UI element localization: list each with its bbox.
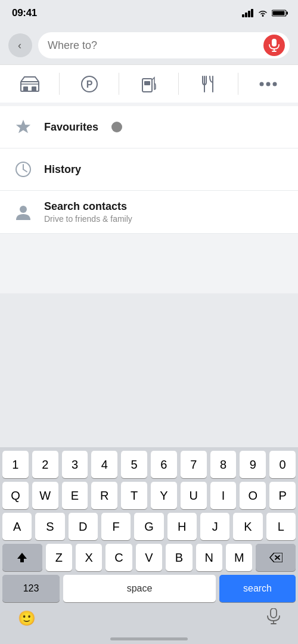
mic-button[interactable] — [263, 35, 285, 56]
key-s[interactable]: S — [35, 513, 64, 540]
keyboard-row-asdf: A S D F G H J K L — [0, 509, 298, 540]
delete-key[interactable] — [256, 544, 296, 571]
key-g[interactable]: G — [134, 513, 163, 540]
key-5[interactable]: 5 — [121, 451, 147, 478]
key-b[interactable]: B — [166, 544, 192, 571]
search-bar-container: ‹ — [0, 26, 298, 64]
status-bar: 09:41 — [0, 0, 298, 26]
category-garage[interactable] — [0, 65, 60, 103]
garage-icon — [20, 76, 40, 92]
key-3[interactable]: 3 — [62, 451, 88, 478]
key-w[interactable]: W — [32, 482, 58, 509]
keyboard[interactable]: 1 2 3 4 5 6 7 8 9 0 Q W E R T Y U I O P … — [0, 447, 298, 644]
contacts-icon-container — [12, 201, 35, 224]
delete-icon — [269, 553, 283, 562]
key-i[interactable]: I — [210, 482, 237, 509]
svg-rect-6 — [287, 12, 288, 15]
status-icons — [242, 9, 288, 17]
contacts-title: Search contacts — [44, 200, 132, 213]
clock-icon — [14, 160, 32, 178]
more-icon — [259, 81, 278, 87]
key-o[interactable]: O — [240, 482, 266, 509]
key-l[interactable]: L — [266, 513, 296, 540]
signal-icon — [242, 9, 254, 17]
keyboard-row-zxcv: Z X C V B N M — [0, 540, 298, 571]
shift-key[interactable] — [2, 544, 42, 571]
key-n[interactable]: N — [196, 544, 222, 571]
menu-item-history[interactable]: History — [0, 148, 298, 191]
keyboard-row-qwerty: Q W E R T Y U I O P — [0, 478, 298, 509]
back-button[interactable]: ‹ — [8, 33, 32, 57]
favourites-badge — [111, 122, 122, 132]
emoji-key[interactable]: 🙂 — [18, 610, 36, 627]
battery-icon — [272, 9, 288, 17]
key-q[interactable]: Q — [2, 482, 29, 509]
key-u[interactable]: U — [181, 482, 207, 509]
category-restaurant[interactable] — [179, 65, 238, 103]
key-x[interactable]: X — [76, 544, 102, 571]
contacts-subtitle: Drive to friends & family — [44, 214, 132, 224]
key-0[interactable]: 0 — [269, 451, 296, 478]
search-input-wrapper[interactable] — [38, 32, 290, 58]
contacts-text: Search contacts Drive to friends & famil… — [44, 200, 132, 224]
key-2[interactable]: 2 — [32, 451, 58, 478]
search-key[interactable]: search — [219, 575, 296, 602]
key-z[interactable]: Z — [46, 544, 72, 571]
svg-point-23 — [273, 82, 277, 86]
key-c[interactable]: C — [105, 544, 132, 571]
key-7[interactable]: 7 — [181, 451, 207, 478]
key-m[interactable]: M — [226, 544, 252, 571]
category-fuel[interactable] — [119, 65, 179, 103]
svg-rect-14 — [32, 86, 36, 91]
key-4[interactable]: 4 — [91, 451, 117, 478]
svg-rect-13 — [23, 86, 28, 91]
menu-item-contacts[interactable]: Search contacts Drive to friends & famil… — [0, 191, 298, 234]
shift-icon — [16, 552, 28, 564]
home-indicator — [110, 637, 188, 640]
svg-rect-3 — [251, 9, 253, 17]
keyboard-mic-key[interactable] — [267, 608, 280, 628]
svg-point-27 — [20, 206, 27, 213]
fuel-icon — [141, 75, 157, 93]
person-icon — [14, 203, 32, 221]
history-text: History — [44, 163, 81, 176]
svg-line-26 — [23, 169, 27, 172]
key-y[interactable]: Y — [151, 482, 177, 509]
key-r[interactable]: R — [91, 482, 117, 509]
category-more[interactable] — [238, 65, 298, 103]
menu-item-favourites[interactable]: Favourites — [0, 106, 298, 148]
svg-rect-30 — [271, 608, 277, 618]
history-title: History — [44, 163, 81, 176]
key-j[interactable]: J — [200, 513, 229, 540]
category-row: P — [0, 64, 298, 103]
keyboard-bottom-bar: 🙂 — [0, 602, 298, 630]
key-v[interactable]: V — [136, 544, 162, 571]
category-parking[interactable]: P — [60, 65, 119, 103]
history-icon-container — [12, 158, 35, 181]
key-p[interactable]: P — [269, 482, 296, 509]
svg-rect-1 — [245, 13, 247, 17]
key-f[interactable]: F — [101, 513, 131, 540]
key-a[interactable]: A — [2, 513, 32, 540]
empty-space — [0, 234, 298, 293]
key-k[interactable]: K — [233, 513, 262, 540]
back-chevron-icon: ‹ — [18, 39, 21, 52]
menu-section: Favourites History Search contact — [0, 103, 298, 234]
key-e[interactable]: E — [62, 482, 88, 509]
key-t[interactable]: T — [121, 482, 147, 509]
svg-rect-2 — [248, 11, 250, 17]
key-d[interactable]: D — [69, 513, 98, 540]
parking-icon: P — [80, 75, 98, 93]
key-h[interactable]: H — [167, 513, 197, 540]
keyboard-row-numbers: 1 2 3 4 5 6 7 8 9 0 — [0, 447, 298, 478]
key-6[interactable]: 6 — [151, 451, 177, 478]
svg-point-22 — [266, 82, 271, 86]
search-input[interactable] — [48, 39, 259, 52]
space-key[interactable]: space — [63, 575, 216, 602]
key-9[interactable]: 9 — [240, 451, 266, 478]
key-8[interactable]: 8 — [210, 451, 237, 478]
num-key[interactable]: 123 — [2, 575, 60, 602]
key-1[interactable]: 1 — [2, 451, 29, 478]
mic-icon — [269, 39, 280, 52]
restaurant-icon — [200, 75, 217, 93]
